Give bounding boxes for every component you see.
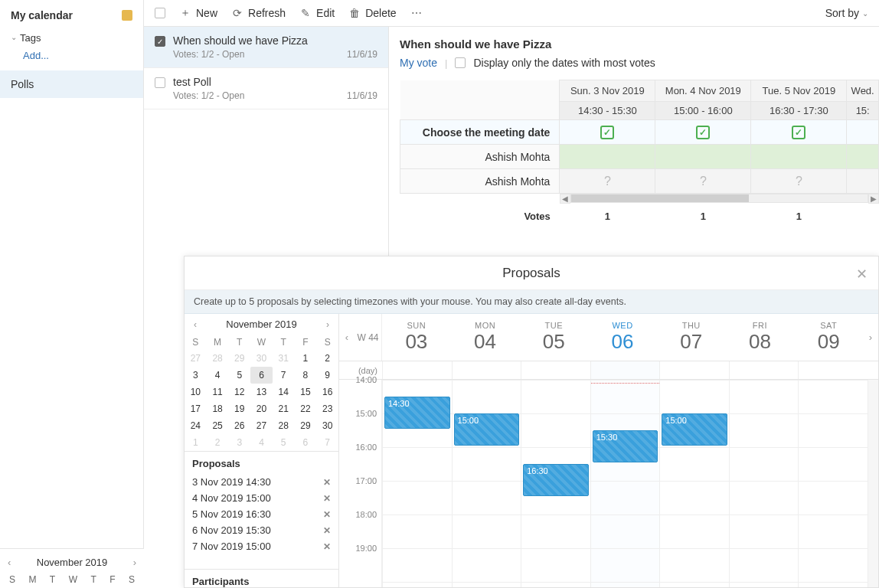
scroll-left-button[interactable]: ◀ xyxy=(560,194,570,204)
week-day-header[interactable]: FRI08 xyxy=(726,314,795,361)
poll-list-item[interactable]: test Poll Votes: 1/2 - Open 11/6/19 xyxy=(144,68,388,109)
mini-cal-prev[interactable]: ‹ xyxy=(8,557,11,568)
cal-day-cell[interactable]: 21 xyxy=(273,400,295,417)
my-vote-link[interactable]: My vote xyxy=(400,57,437,69)
cal-day-cell[interactable]: 5 xyxy=(273,434,295,451)
add-tag-link[interactable]: Add... xyxy=(23,50,132,61)
remove-proposal-button[interactable]: ✕ xyxy=(323,525,331,536)
cal-day-cell[interactable]: 29 xyxy=(228,350,250,367)
vote-choice-cell[interactable] xyxy=(847,120,879,145)
cal-day-cell[interactable]: 25 xyxy=(207,417,229,434)
select-all-checkbox[interactable] xyxy=(155,8,165,18)
cal-day-cell[interactable]: 14 xyxy=(273,384,295,400)
tags-row[interactable]: ⌄ Tags xyxy=(11,32,132,44)
cal-day-cell[interactable]: 9 xyxy=(316,367,338,384)
cal-day-cell[interactable]: 7 xyxy=(273,367,295,384)
cal-day-cell[interactable]: 16 xyxy=(316,384,338,400)
cal-day-cell[interactable]: 3 xyxy=(228,434,250,451)
day-column[interactable]: 16:30 xyxy=(521,380,590,587)
poll-checkbox[interactable] xyxy=(155,77,165,88)
cal-day-cell[interactable]: 22 xyxy=(295,400,317,417)
scroll-right-button[interactable]: ▶ xyxy=(868,194,879,204)
poll-checkbox[interactable]: ✓ xyxy=(155,36,165,47)
cal-day-cell[interactable]: 19 xyxy=(228,400,250,417)
display-filter-checkbox[interactable] xyxy=(455,57,466,68)
poll-list-item[interactable]: ✓ When should we have Pizza Votes: 1/2 -… xyxy=(144,27,388,68)
day-column[interactable] xyxy=(729,380,799,587)
allday-cell[interactable] xyxy=(521,361,590,379)
cal-day-cell[interactable]: 3 xyxy=(185,367,207,384)
cal-day-cell[interactable]: 5 xyxy=(228,367,250,384)
week-day-header[interactable]: WED06 xyxy=(588,314,657,361)
mini-cal-next[interactable]: › xyxy=(133,557,136,568)
allday-cell[interactable] xyxy=(382,361,452,379)
cal-day-cell[interactable]: 27 xyxy=(185,350,207,367)
cal-day-cell[interactable]: 7 xyxy=(316,434,338,451)
horizontal-scrollbar[interactable] xyxy=(570,194,868,203)
cal-day-cell[interactable]: 2 xyxy=(316,350,338,367)
cal-day-cell[interactable]: 31 xyxy=(273,350,295,367)
cal-day-cell[interactable]: 4 xyxy=(250,434,273,451)
cal-day-cell[interactable]: 12 xyxy=(228,384,250,400)
day-column[interactable]: 15:00 xyxy=(452,380,521,587)
cal-day-cell[interactable]: 17 xyxy=(185,400,207,417)
cal-day-cell[interactable]: 28 xyxy=(273,417,295,434)
sidebar-item-polls[interactable]: Polls xyxy=(0,70,143,98)
calendar-event[interactable]: 14:30 xyxy=(384,397,450,429)
week-day-header[interactable]: SUN03 xyxy=(382,314,451,361)
remove-proposal-button[interactable]: ✕ xyxy=(323,493,331,504)
cal-day-cell[interactable]: 27 xyxy=(250,417,273,434)
allday-cell[interactable] xyxy=(590,361,660,379)
cal-day-cell[interactable]: 20 xyxy=(250,400,273,417)
cal-day-cell[interactable]: 18 xyxy=(207,400,229,417)
calendar-event[interactable]: 15:00 xyxy=(662,413,727,446)
remove-proposal-button[interactable]: ✕ xyxy=(323,509,331,520)
vote-choice-cell[interactable]: ✓ xyxy=(655,120,751,145)
cal-day-cell[interactable]: 8 xyxy=(295,367,317,384)
close-icon[interactable]: ✕ xyxy=(856,266,868,283)
cal-day-cell[interactable]: 4 xyxy=(207,367,229,384)
cal-day-cell[interactable]: 2 xyxy=(207,434,229,451)
cal-day-cell[interactable]: 30 xyxy=(250,350,273,367)
allday-cell[interactable] xyxy=(659,361,729,379)
week-day-header[interactable]: TUE05 xyxy=(519,314,588,361)
cal-day-cell[interactable]: 15 xyxy=(295,384,317,400)
cal-day-cell[interactable]: 28 xyxy=(207,350,229,367)
day-column[interactable]: 14:30 xyxy=(382,380,452,587)
new-button[interactable]: ＋ New xyxy=(179,6,217,20)
day-column[interactable]: 15:00 xyxy=(659,380,729,587)
remove-proposal-button[interactable]: ✕ xyxy=(323,541,331,552)
calendar-color-swatch[interactable] xyxy=(122,10,132,21)
week-day-header[interactable]: THU07 xyxy=(657,314,726,361)
cal-day-cell[interactable]: 1 xyxy=(185,434,207,451)
my-calendar-label[interactable]: My calendar xyxy=(11,9,73,21)
vote-choice-cell[interactable]: ✓ xyxy=(751,120,847,145)
week-prev-button[interactable]: ‹ xyxy=(339,314,355,361)
calendar-event[interactable]: 16:30 xyxy=(523,464,589,496)
more-button[interactable]: ⋯ xyxy=(410,7,423,19)
allday-cell[interactable] xyxy=(452,361,521,379)
vote-choice-cell[interactable]: ✓ xyxy=(560,120,655,145)
cal-day-cell[interactable]: 26 xyxy=(228,417,250,434)
vertical-scrollbar[interactable] xyxy=(868,380,878,587)
cal-prev-button[interactable]: ‹ xyxy=(191,319,200,330)
cal-day-cell[interactable]: 6 xyxy=(295,434,317,451)
cal-day-cell[interactable]: 29 xyxy=(295,417,317,434)
cal-day-cell[interactable]: 23 xyxy=(316,400,338,417)
cal-day-cell[interactable]: 10 xyxy=(185,384,207,400)
remove-proposal-button[interactable]: ✕ xyxy=(323,477,331,488)
calendar-event[interactable]: 15:30 xyxy=(593,430,658,462)
delete-button[interactable]: 🗑 Delete xyxy=(348,7,396,19)
week-day-header[interactable]: MON04 xyxy=(451,314,520,361)
day-column[interactable] xyxy=(798,380,868,587)
cal-next-button[interactable]: › xyxy=(323,319,332,330)
cal-day-cell[interactable]: 30 xyxy=(316,417,338,434)
cal-day-cell[interactable]: 11 xyxy=(207,384,229,400)
week-next-button[interactable]: › xyxy=(863,314,878,361)
allday-cell[interactable] xyxy=(729,361,799,379)
sort-by-dropdown[interactable]: Sort by ⌄ xyxy=(825,7,868,19)
cal-day-cell[interactable]: 13 xyxy=(250,384,273,400)
calendar-event[interactable]: 15:00 xyxy=(454,413,520,446)
cal-day-cell[interactable]: 1 xyxy=(295,350,317,367)
allday-cell[interactable] xyxy=(798,361,868,379)
